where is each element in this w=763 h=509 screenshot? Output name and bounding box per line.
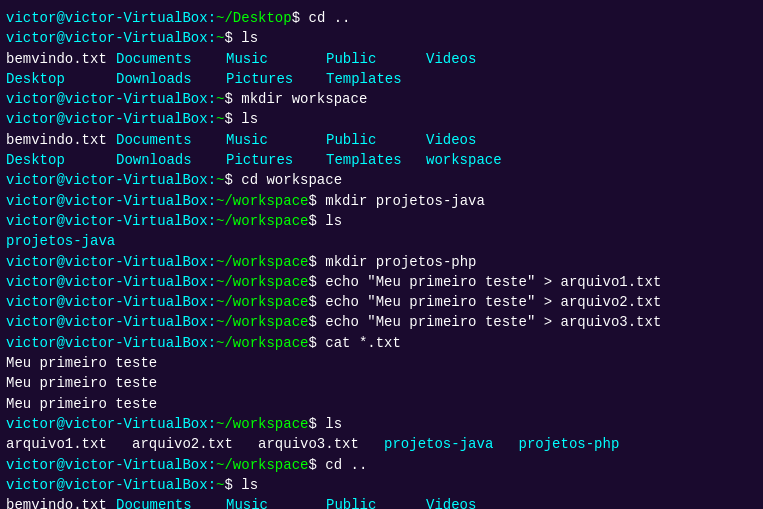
symbol-1: $ cd .. (292, 8, 351, 28)
terminal-line-2: victor@victor-VirtualBox:~$ ls (6, 28, 757, 48)
symbol-16: $ echo "Meu primeiro teste" > arquivo3.t… (308, 312, 661, 332)
symbol-14: $ echo "Meu primeiro teste" > arquivo1.t… (308, 272, 661, 292)
ls-row-5: projetos-java (6, 231, 757, 251)
path-1: ~/Desktop (216, 8, 292, 28)
symbol-15: $ echo "Meu primeiro teste" > arquivo2.t… (308, 292, 661, 312)
ls-item: Pictures (226, 69, 326, 89)
ls-item: Templates (326, 150, 426, 170)
ls-item: Videos (426, 130, 506, 150)
terminal-line-21: victor@victor-VirtualBox:~/workspace$ cd… (6, 455, 757, 475)
output-text: Meu primeiro teste (6, 353, 157, 373)
prompt-11: victor@victor-VirtualBox: (6, 211, 216, 231)
prompt-1: victor@victor-VirtualBox: (6, 8, 216, 28)
output-text: Meu primeiro teste (6, 394, 157, 414)
terminal-line-9: victor@victor-VirtualBox:~$ cd workspace (6, 170, 757, 190)
terminal-line-14: victor@victor-VirtualBox:~/workspace$ ec… (6, 272, 757, 292)
ls-row-2: DesktopDownloadsPicturesTemplates (6, 69, 757, 89)
symbol-19: $ ls (308, 414, 342, 434)
ls-row-4: DesktopDownloadsPicturesTemplatesworkspa… (6, 150, 757, 170)
path-6: ~ (216, 109, 224, 129)
symbol-13: $ mkdir projetos-php (308, 252, 476, 272)
cat-output-1: Meu primeiro teste (6, 353, 757, 373)
symbol-11: $ ls (308, 211, 342, 231)
prompt-17: victor@victor-VirtualBox: (6, 333, 216, 353)
ls-item: bemvindo.txt (6, 49, 116, 69)
ls-row-1: bemvindo.txtDocumentsMusicPublicVideos (6, 49, 757, 69)
terminal-line-5: victor@victor-VirtualBox:~$ mkdir worksp… (6, 89, 757, 109)
prompt-13: victor@victor-VirtualBox: (6, 252, 216, 272)
symbol-22: $ ls (224, 475, 258, 495)
ls-item: Music (226, 130, 326, 150)
prompt-9: victor@victor-VirtualBox: (6, 170, 216, 190)
prompt-15: victor@victor-VirtualBox: (6, 292, 216, 312)
path-9: ~ (216, 170, 224, 190)
path-11: ~/workspace (216, 211, 308, 231)
ls-item: Documents (116, 495, 226, 509)
path-13: ~/workspace (216, 252, 308, 272)
output-text: Meu primeiro teste (6, 373, 157, 393)
prompt-5: victor@victor-VirtualBox: (6, 89, 216, 109)
ls-item: Documents (116, 130, 226, 150)
terminal-line-19: victor@victor-VirtualBox:~/workspace$ ls (6, 414, 757, 434)
ls-item: bemvindo.txt (6, 495, 116, 509)
prompt-21: victor@victor-VirtualBox: (6, 455, 216, 475)
terminal-line-13: victor@victor-VirtualBox:~/workspace$ mk… (6, 252, 757, 272)
ls-item: Videos (426, 495, 506, 509)
ls-item: Desktop (6, 150, 116, 170)
ls-item: Videos (426, 49, 506, 69)
path-15: ~/workspace (216, 292, 308, 312)
terminal-line-16: victor@victor-VirtualBox:~/workspace$ ec… (6, 312, 757, 332)
terminal-line-6: victor@victor-VirtualBox:~$ ls (6, 109, 757, 129)
path-22: ~ (216, 475, 224, 495)
ls-item: Public (326, 49, 426, 69)
cat-output-3: Meu primeiro teste (6, 394, 757, 414)
ls-item: Public (326, 495, 426, 509)
ls-item: arquivo1.txt arquivo2.txt arquivo3.txt (6, 434, 384, 454)
terminal-line-11: victor@victor-VirtualBox:~/workspace$ ls (6, 211, 757, 231)
ls-item: projetos-java (6, 231, 115, 251)
prompt-6: victor@victor-VirtualBox: (6, 109, 216, 129)
terminal-line-17: victor@victor-VirtualBox:~/workspace$ ca… (6, 333, 757, 353)
path-14: ~/workspace (216, 272, 308, 292)
prompt-22: victor@victor-VirtualBox: (6, 475, 216, 495)
ls-item: Music (226, 49, 326, 69)
prompt-16: victor@victor-VirtualBox: (6, 312, 216, 332)
ls-item: Music (226, 495, 326, 509)
symbol-17: $ cat *.txt (308, 333, 400, 353)
terminal-line-10: victor@victor-VirtualBox:~/workspace$ mk… (6, 191, 757, 211)
terminal: victor@victor-VirtualBox:~/Desktop$ cd .… (6, 8, 757, 501)
path-17: ~/workspace (216, 333, 308, 353)
ls-item: Pictures (226, 150, 326, 170)
ls-row-3: bemvindo.txtDocumentsMusicPublicVideos (6, 130, 757, 150)
prompt-19: victor@victor-VirtualBox: (6, 414, 216, 434)
ls-item: Downloads (116, 150, 226, 170)
ls-item: Templates (326, 69, 426, 89)
cat-output-2: Meu primeiro teste (6, 373, 757, 393)
symbol-9: $ cd workspace (224, 170, 342, 190)
symbol-10: $ mkdir projetos-java (308, 191, 484, 211)
prompt-10: victor@victor-VirtualBox: (6, 191, 216, 211)
ls-row-mixed: arquivo1.txt arquivo2.txt arquivo3.txt p… (6, 434, 757, 454)
terminal-line-22: victor@victor-VirtualBox:~$ ls (6, 475, 757, 495)
prompt-14: victor@victor-VirtualBox: (6, 272, 216, 292)
path-21: ~/workspace (216, 455, 308, 475)
path-2: ~ (216, 28, 224, 48)
terminal-line-1: victor@victor-VirtualBox:~/Desktop$ cd .… (6, 8, 757, 28)
symbol-6: $ ls (224, 109, 258, 129)
ls-item: projetos-java projetos-php (384, 434, 619, 454)
path-16: ~/workspace (216, 312, 308, 332)
path-19: ~/workspace (216, 414, 308, 434)
path-10: ~/workspace (216, 191, 308, 211)
ls-item: Downloads (116, 69, 226, 89)
terminal-line-15: victor@victor-VirtualBox:~/workspace$ ec… (6, 292, 757, 312)
path-5: ~ (216, 89, 224, 109)
symbol-2: $ ls (224, 28, 258, 48)
ls-item: workspace (426, 150, 506, 170)
symbol-5: $ mkdir workspace (224, 89, 367, 109)
ls-item: Public (326, 130, 426, 150)
prompt-2: victor@victor-VirtualBox: (6, 28, 216, 48)
symbol-21: $ cd .. (308, 455, 367, 475)
ls-item: Documents (116, 49, 226, 69)
ls-item: bemvindo.txt (6, 130, 116, 150)
ls-item: Desktop (6, 69, 116, 89)
